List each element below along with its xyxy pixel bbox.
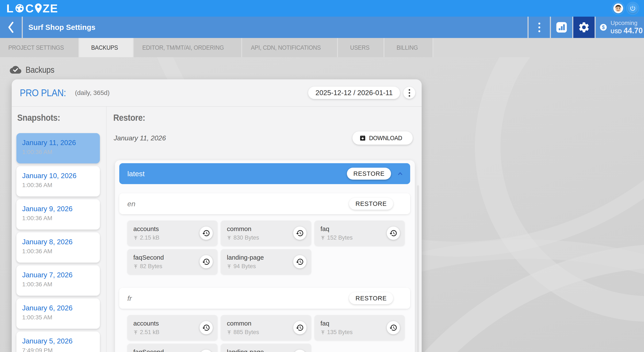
namespace-tile: faqSecond 82 Bytes: [127, 249, 218, 274]
snapshot-time: 1:00:36 AM: [22, 281, 100, 288]
restore-namespace-button[interactable]: [387, 227, 400, 240]
locize-logo[interactable]: L C ZE: [6, 2, 58, 15]
settings-tab[interactable]: EDITOR, TM/MT/AI, ORDERING: [134, 38, 241, 57]
history-clock-icon: [202, 258, 210, 266]
power-icon: [630, 5, 636, 12]
restore-namespace-button[interactable]: [200, 227, 213, 240]
plan-detail: (daily, 365d): [75, 89, 110, 96]
backups-card: PRO PLAN: (daily, 365d) 2025-12-12 / 202…: [12, 79, 422, 352]
snapshot-date: January 8, 2026: [22, 238, 100, 246]
namespace-tile: accounts 2.15 kB: [127, 221, 218, 246]
snapshot-item[interactable]: January 6, 2026 1:00:35 AM: [16, 298, 100, 329]
gear-icon: [578, 21, 590, 34]
restore-namespace-button[interactable]: [293, 227, 306, 240]
billing-upcoming-button[interactable]: $ Upcoming USD44.70: [594, 17, 644, 38]
snapshot-item[interactable]: January 11, 2026 1:00:36 AM: [16, 133, 100, 163]
kebab-menu-icon: [538, 23, 540, 32]
namespace-size: 885 Bytes: [234, 329, 259, 335]
chevron-up-icon: [398, 171, 403, 176]
history-clock-icon: [389, 229, 398, 237]
history-clock-icon: [296, 258, 304, 266]
language-header: fr RESTORE: [119, 288, 410, 309]
settings-tab[interactable]: USERS: [338, 38, 384, 57]
settings-tab-bar: PROJECT SETTINGSBACKUPSEDITOR, TM/MT/AI,…: [0, 38, 644, 57]
page-title: Surf Shop Settings: [23, 22, 96, 33]
namespace-grid: accounts 2.15 kB common 830 Bytes: [127, 221, 405, 274]
history-clock-icon: [202, 229, 210, 237]
tab-bar-filler: [434, 38, 644, 57]
language-header: en RESTORE: [119, 193, 410, 214]
cloud-check-icon: [10, 64, 21, 76]
namespace-tile: faq 152 Bytes: [314, 221, 405, 246]
latest-label: latest: [127, 169, 144, 178]
restore-namespace-button[interactable]: [387, 321, 400, 334]
settings-button-active[interactable]: [572, 17, 594, 38]
restore-language-button[interactable]: RESTORE: [349, 292, 393, 304]
upload-size-icon: [320, 330, 325, 335]
selected-snapshot-date: January 11, 2026: [114, 134, 166, 142]
snapshot-time: 1:00:36 AM: [22, 248, 100, 255]
restore-all-button[interactable]: RESTORE: [347, 168, 391, 180]
latest-backup-header[interactable]: latest RESTORE: [119, 163, 410, 184]
restore-namespace-button[interactable]: [200, 321, 213, 334]
namespace-size: 830 Bytes: [234, 234, 259, 241]
restore-namespace-button[interactable]: [293, 321, 306, 334]
language-section: fr RESTORE accounts 2.51 kB common: [119, 288, 410, 352]
statistics-button[interactable]: [550, 17, 572, 38]
snapshot-time: 1:00:36 AM: [22, 149, 100, 155]
namespace-size: 2.51 kB: [140, 329, 160, 335]
settings-tab[interactable]: BILLING: [384, 38, 432, 57]
plan-kebab-menu-button[interactable]: [403, 87, 415, 99]
snapshot-item[interactable]: January 8, 2026 1:00:36 AM: [16, 232, 100, 263]
restore-namespace-button[interactable]: [293, 255, 306, 268]
language-code: en: [127, 200, 136, 208]
snapshot-time: 1:00:36 AM: [22, 182, 100, 189]
scrollbar[interactable]: [417, 185, 419, 352]
namespace-size: 94 Bytes: [234, 263, 256, 270]
upload-size-icon: [320, 236, 325, 240]
namespace-tile: accounts 2.51 kB: [127, 315, 218, 340]
namespace-tile: landing-page 110 Bytes: [221, 344, 311, 352]
snapshot-item[interactable]: January 9, 2026 1:00:36 AM: [16, 199, 100, 230]
snapshot-item[interactable]: January 10, 2026 1:00:36 AM: [16, 166, 100, 197]
tab-label: EDITOR, TM/MT/AI, ORDERING: [142, 44, 224, 51]
restore-language-button[interactable]: RESTORE: [349, 198, 393, 210]
tab-label: PROJECT SETTINGS: [8, 44, 64, 51]
dollar-icon: $: [600, 21, 607, 34]
download-button[interactable]: DOWNLOAD: [352, 131, 413, 145]
date-range-button[interactable]: 2025-12-12 / 2026-01-11: [308, 87, 400, 99]
logo-letter: C: [25, 2, 34, 15]
restore-namespace-button[interactable]: [200, 255, 213, 268]
upload-size-icon: [227, 236, 232, 240]
map-pin-icon: [34, 4, 42, 13]
more-menu-button[interactable]: [528, 17, 550, 38]
settings-tab[interactable]: API, CDN, NOTIFICATIONS: [242, 38, 337, 57]
snapshot-date: January 7, 2026: [22, 271, 100, 279]
namespace-size: 2.15 kB: [140, 234, 160, 241]
user-avatar[interactable]: [613, 4, 623, 13]
namespace-size: 152 Bytes: [327, 234, 353, 241]
plan-name: PRO PLAN:: [20, 87, 66, 99]
language-code: fr: [127, 294, 132, 302]
settings-tab[interactable]: BACKUPS: [79, 38, 133, 57]
collapse-button[interactable]: [398, 171, 403, 176]
language-section: en RESTORE accounts 2.15 kB common: [119, 193, 410, 274]
history-clock-icon: [296, 324, 304, 332]
snapshot-time: 1:00:35 AM: [22, 314, 100, 321]
tab-label: API, CDN, NOTIFICATIONS: [251, 44, 321, 51]
tab-label: BILLING: [396, 44, 418, 51]
snapshot-date: January 9, 2026: [22, 205, 100, 213]
settings-tab[interactable]: PROJECT SETTINGS: [0, 38, 78, 57]
back-button[interactable]: [0, 17, 22, 38]
logout-power-button[interactable]: [628, 4, 638, 13]
snapshot-date: January 11, 2026: [22, 139, 100, 147]
restore-heading: Restore:: [113, 113, 422, 123]
language-list: en RESTORE accounts 2.15 kB common: [119, 193, 410, 352]
namespace-tile: common 830 Bytes: [221, 221, 311, 246]
snapshot-item[interactable]: January 7, 2026 1:00:36 AM: [16, 265, 100, 296]
chevron-left-icon: [7, 21, 15, 33]
avatar-face-icon: [613, 4, 623, 13]
svg-text:$: $: [602, 25, 605, 30]
upload-size-icon: [133, 264, 138, 269]
snapshot-item[interactable]: January 5, 2026 7:49:09 PM: [16, 331, 100, 352]
